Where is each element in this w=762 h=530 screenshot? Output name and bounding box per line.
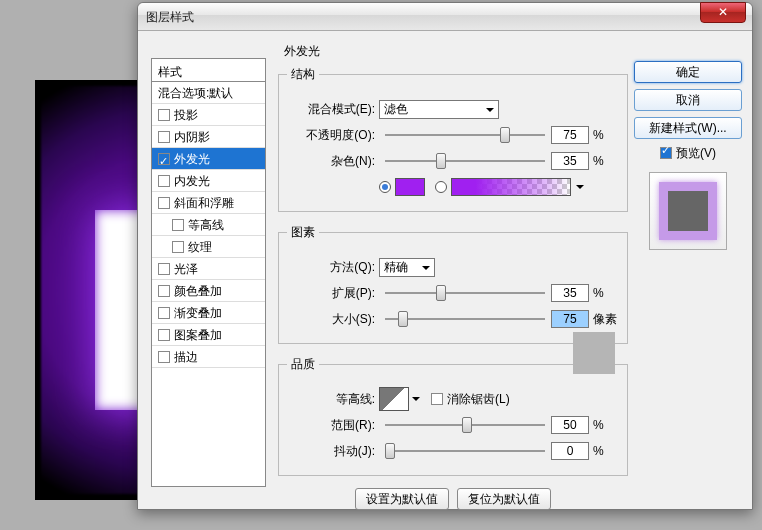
range-input[interactable]: 50 <box>551 416 589 434</box>
gray-square <box>573 332 615 374</box>
quality-legend: 品质 <box>287 356 319 373</box>
checkbox-icon[interactable] <box>158 153 170 165</box>
blend-mode-combo[interactable]: 滤色 <box>379 100 499 119</box>
titlebar[interactable]: 图层样式 ✕ <box>138 3 752 31</box>
checkbox-icon[interactable] <box>158 131 170 143</box>
antialias-checkbox[interactable] <box>431 393 443 405</box>
preview-swatch <box>649 172 727 250</box>
spread-unit: % <box>589 286 619 300</box>
preview-toggle[interactable]: 预览(V) <box>634 145 742 162</box>
preview-glow <box>659 182 717 240</box>
structure-group: 结构 混合模式(E): 滤色 不透明度(O): 75 % 杂色(N): 35 % <box>278 66 628 212</box>
noise-unit: % <box>589 154 619 168</box>
structure-legend: 结构 <box>287 66 319 83</box>
checkbox-icon[interactable] <box>158 329 170 341</box>
checkbox-icon[interactable] <box>172 241 184 253</box>
layer-style-dialog: 图层样式 ✕ 样式 混合选项:默认 投影 内阴影 外发光 内发光 斜面和浮雕 等… <box>137 2 753 510</box>
size-unit: 像素 <box>589 311 619 328</box>
checkbox-icon[interactable] <box>158 285 170 297</box>
gradient-picker[interactable] <box>451 178 571 196</box>
spread-slider[interactable] <box>385 284 545 302</box>
styles-list: 混合选项:默认 投影 内阴影 外发光 内发光 斜面和浮雕 等高线 纹理 光泽 颜… <box>151 82 266 487</box>
checkbox-icon[interactable] <box>158 109 170 121</box>
checkbox-icon[interactable] <box>158 307 170 319</box>
style-inner-shadow[interactable]: 内阴影 <box>152 126 265 148</box>
close-icon: ✕ <box>718 5 728 19</box>
elements-group: 图素 方法(Q): 精确 扩展(P): 35 % 大小(S): 75 像素 <box>278 224 628 344</box>
jitter-input[interactable]: 0 <box>551 442 589 460</box>
blend-mode-label: 混合模式(E): <box>287 101 379 118</box>
technique-label: 方法(Q): <box>287 259 379 276</box>
style-outer-glow[interactable]: 外发光 <box>152 148 265 170</box>
size-input[interactable]: 75 <box>551 310 589 328</box>
style-pattern-overlay[interactable]: 图案叠加 <box>152 324 265 346</box>
panel-title: 外发光 <box>284 43 628 60</box>
style-satin[interactable]: 光泽 <box>152 258 265 280</box>
gradient-radio[interactable] <box>435 181 447 193</box>
close-button[interactable]: ✕ <box>700 2 746 23</box>
color-radio[interactable] <box>379 181 391 193</box>
style-bevel-emboss[interactable]: 斜面和浮雕 <box>152 192 265 214</box>
color-swatch[interactable] <box>395 178 425 196</box>
opacity-input[interactable]: 75 <box>551 126 589 144</box>
style-contour[interactable]: 等高线 <box>152 214 265 236</box>
range-slider[interactable] <box>385 416 545 434</box>
preview-fill <box>668 191 708 231</box>
style-stroke[interactable]: 描边 <box>152 346 265 368</box>
antialias-label: 消除锯齿(L) <box>447 391 510 408</box>
style-inner-glow[interactable]: 内发光 <box>152 170 265 192</box>
spread-label: 扩展(P): <box>287 285 379 302</box>
technique-combo[interactable]: 精确 <box>379 258 435 277</box>
dialog-buttons: 确定 取消 新建样式(W)... 预览(V) <box>634 61 742 250</box>
checkbox-icon[interactable] <box>172 219 184 231</box>
opacity-label: 不透明度(O): <box>287 127 379 144</box>
spread-input[interactable]: 35 <box>551 284 589 302</box>
jitter-unit: % <box>589 444 619 458</box>
checkbox-icon[interactable] <box>660 147 672 159</box>
checkbox-icon[interactable] <box>158 175 170 187</box>
style-color-overlay[interactable]: 颜色叠加 <box>152 280 265 302</box>
range-label: 范围(R): <box>287 417 379 434</box>
contour-label: 等高线: <box>287 391 379 408</box>
window-title: 图层样式 <box>146 9 194 26</box>
jitter-slider[interactable] <box>385 442 545 460</box>
default-buttons: 设置为默认值 复位为默认值 <box>278 488 628 510</box>
range-unit: % <box>589 418 619 432</box>
style-drop-shadow[interactable]: 投影 <box>152 104 265 126</box>
contour-picker[interactable] <box>379 387 409 411</box>
noise-input[interactable]: 35 <box>551 152 589 170</box>
noise-label: 杂色(N): <box>287 153 379 170</box>
checkbox-icon[interactable] <box>158 263 170 275</box>
quality-group: 品质 等高线: 消除锯齿(L) 范围(R): 50 % 抖动(J): <box>278 356 628 476</box>
jitter-label: 抖动(J): <box>287 443 379 460</box>
settings-panel: 外发光 结构 混合模式(E): 滤色 不透明度(O): 75 % 杂色(N): … <box>278 43 628 510</box>
style-texture[interactable]: 纹理 <box>152 236 265 258</box>
cancel-button[interactable]: 取消 <box>634 89 742 111</box>
reset-default-button[interactable]: 复位为默认值 <box>457 488 551 510</box>
checkbox-icon[interactable] <box>158 197 170 209</box>
elements-legend: 图素 <box>287 224 319 241</box>
ok-button[interactable]: 确定 <box>634 61 742 83</box>
style-gradient-overlay[interactable]: 渐变叠加 <box>152 302 265 324</box>
noise-slider[interactable] <box>385 152 545 170</box>
opacity-unit: % <box>589 128 619 142</box>
new-style-button[interactable]: 新建样式(W)... <box>634 117 742 139</box>
style-blend-options[interactable]: 混合选项:默认 <box>152 82 265 104</box>
size-slider[interactable] <box>385 310 545 328</box>
styles-header: 样式 <box>151 58 266 82</box>
set-default-button[interactable]: 设置为默认值 <box>355 488 449 510</box>
size-label: 大小(S): <box>287 311 379 328</box>
checkbox-icon[interactable] <box>158 351 170 363</box>
opacity-slider[interactable] <box>385 126 545 144</box>
